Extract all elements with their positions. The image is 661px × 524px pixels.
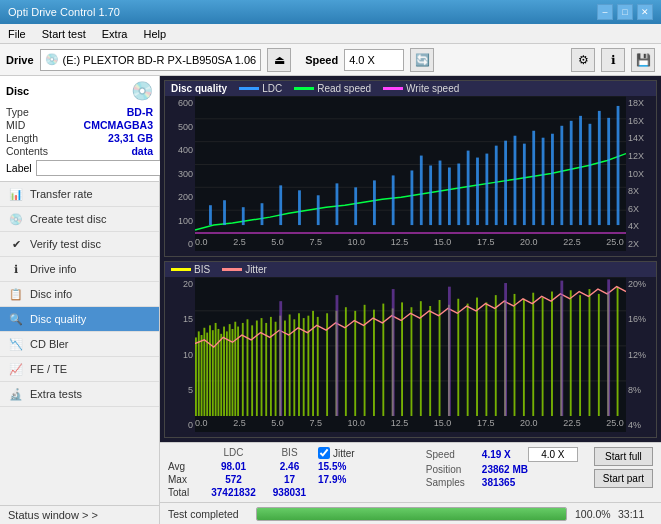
position-row: Position 23862 MB [426,464,578,475]
eject-button[interactable]: ⏏ [267,48,291,72]
speed-value: 4.0 X [349,54,375,66]
svg-rect-14 [354,187,357,225]
total-row: Total 37421832 938031 [168,487,398,498]
jitter-avg: 15.5% [318,461,398,472]
svg-rect-53 [220,334,222,416]
close-button[interactable]: ✕ [637,4,653,20]
sidebar-item-drive-info[interactable]: ℹ Drive info [0,257,159,282]
bis-col-header: BIS [267,447,312,459]
svg-rect-91 [457,299,459,416]
sidebar-item-fe-te[interactable]: 📈 FE / TE [0,357,159,382]
bottom-chart-x-axis: 0.0 2.5 5.0 7.5 10.0 12.5 15.0 17.5 20.0… [195,416,626,432]
title-bar: Opti Drive Control 1.70 – □ ✕ [0,0,661,24]
sidebar-item-disc-quality[interactable]: 🔍 Disc quality [0,307,159,332]
svg-rect-65 [265,323,267,416]
svg-rect-23 [467,151,470,225]
menu-bar: File Start test Extra Help [0,24,661,44]
svg-rect-37 [598,111,601,225]
sidebar-label-disc-info: Disc info [30,288,72,300]
speed-label: Speed [305,54,338,66]
speed-select-display[interactable]: 4.0 X [528,447,578,462]
contents-value: data [131,145,153,157]
sidebar-item-transfer-rate[interactable]: 📊 Transfer rate [0,182,159,207]
menu-file[interactable]: File [4,27,30,41]
svg-rect-19 [429,166,432,226]
bis-total: 938031 [267,487,312,498]
sidebar-item-extra-tests[interactable]: 🔬 Extra tests [0,382,159,407]
svg-rect-67 [275,322,277,416]
minimize-button[interactable]: – [597,4,613,20]
menu-extra[interactable]: Extra [98,27,132,41]
max-label: Max [168,474,200,485]
contents-label: Contents [6,145,48,157]
write-speed-legend-color [383,87,403,90]
top-chart-title-bar: Disc quality LDC Read speed Write speed [165,81,656,96]
svg-rect-12 [317,195,320,225]
progress-bar-container [256,507,567,521]
maximize-button[interactable]: □ [617,4,633,20]
jitter-legend-label: Jitter [245,264,267,275]
refresh-button[interactable]: 🔄 [410,48,434,72]
svg-rect-79 [345,307,347,416]
menu-help[interactable]: Help [139,27,170,41]
disc-info-icon: 📋 [8,286,24,302]
sidebar-item-create-test-disc[interactable]: 💿 Create test disc [0,207,159,232]
ldc-avg: 98.01 [206,461,261,472]
svg-rect-21 [448,167,451,225]
drive-selector[interactable]: 💿 (E:) PLEXTOR BD-R PX-LB950SA 1.06 [40,49,262,71]
sidebar-item-disc-info[interactable]: 📋 Disc info [0,282,159,307]
svg-rect-110 [336,295,339,416]
svg-rect-100 [542,298,544,416]
svg-rect-50 [212,330,214,416]
svg-rect-83 [382,304,384,416]
svg-rect-24 [476,158,479,226]
window-controls: – □ ✕ [597,4,653,20]
svg-rect-29 [523,144,526,225]
save-button[interactable]: 💾 [631,48,655,72]
jitter-checkbox[interactable] [318,447,330,459]
svg-rect-56 [229,324,231,416]
label-input[interactable] [36,160,165,176]
bottom-chart-panel: BIS Jitter 20 15 10 5 0 [164,261,657,438]
bis-avg: 2.46 [267,461,312,472]
svg-rect-31 [542,138,545,225]
samples-row: Samples 381365 [426,477,578,488]
bottom-chart-y-axis-left: 20 15 10 5 0 [165,277,195,432]
sidebar-label-extra-tests: Extra tests [30,388,82,400]
svg-rect-88 [429,306,431,416]
svg-rect-81 [364,305,366,416]
mid-label: MID [6,119,25,131]
svg-rect-34 [570,121,573,225]
sidebar-label-fe-te: FE / TE [30,363,67,375]
svg-rect-27 [504,141,507,225]
avg-label: Avg [168,461,200,472]
svg-rect-82 [373,310,375,416]
svg-rect-35 [579,116,582,225]
start-part-button[interactable]: Start part [594,469,653,488]
svg-rect-17 [411,170,414,225]
svg-rect-92 [467,304,469,416]
svg-rect-58 [234,322,236,416]
ldc-max: 572 [206,474,261,485]
menu-start-test[interactable]: Start test [38,27,90,41]
sidebar-label-verify-test-disc: Verify test disc [30,238,101,250]
sidebar-item-cd-bler[interactable]: 📉 CD Bler [0,332,159,357]
status-window-button[interactable]: Status window > > [0,505,159,524]
ldc-legend-color [239,87,259,90]
ldc-col-header: LDC [206,447,261,459]
settings-button[interactable]: ⚙ [571,48,595,72]
info-button[interactable]: ℹ [601,48,625,72]
speed-selector[interactable]: 4.0 X [344,49,404,71]
svg-rect-114 [560,281,563,416]
bis-legend: BIS [171,264,210,275]
sidebar-label-disc-quality: Disc quality [30,313,86,325]
extra-tests-icon: 🔬 [8,386,24,402]
svg-rect-86 [411,307,413,416]
read-speed-legend-color [294,87,314,90]
ldc-total: 37421832 [206,487,261,498]
samples-label: Samples [426,477,476,488]
svg-rect-38 [607,118,610,225]
start-full-button[interactable]: Start full [594,447,653,466]
sidebar-item-verify-test-disc[interactable]: ✔ Verify test disc [0,232,159,257]
jitter-legend: Jitter [222,264,267,275]
